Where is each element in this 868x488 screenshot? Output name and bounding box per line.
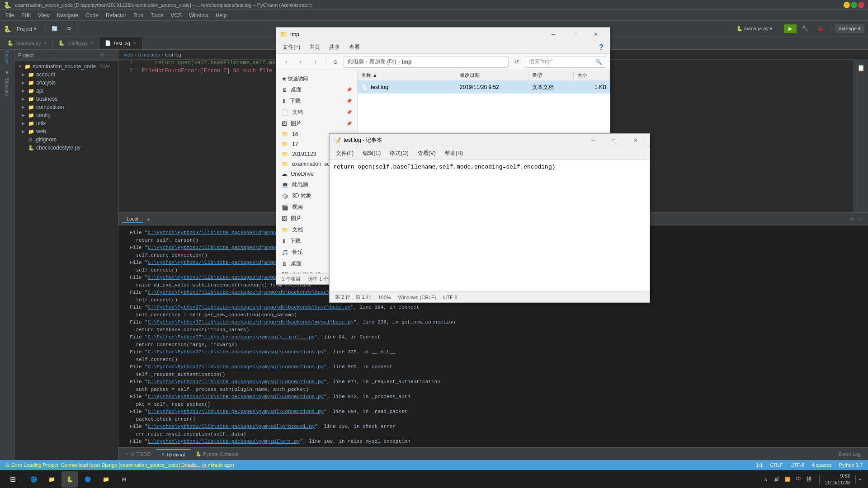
status-python[interactable]: Python 3.7 — [839, 462, 863, 468]
tree-item-api[interactable]: ▶ 📁 api — [14, 87, 118, 95]
panel-settings-icon[interactable]: ⚙ — [98, 52, 105, 59]
fe-sidebar-desktop[interactable]: 🖥 桌面 📌 — [276, 84, 357, 95]
close-button[interactable]: ✕ — [858, 2, 864, 8]
term-link-7[interactable]: C:\Python\Python37\lib\site-packages\dja… — [148, 319, 354, 325]
panel-hide-icon[interactable]: ─ — [107, 52, 114, 59]
np-content[interactable]: return open(self.baseFilename,self.mode,… — [330, 160, 650, 291]
tree-item-analysis[interactable]: ▶ 📁 analysis — [14, 79, 118, 87]
np-close-button[interactable]: ✕ — [625, 134, 646, 147]
fe-help-button[interactable]: ? — [594, 43, 608, 52]
breadcrumb-templates[interactable]: templates — [138, 52, 160, 57]
tab-todo[interactable]: ✓ 6: TODO — [120, 450, 156, 459]
settings-button[interactable]: ⚙ — [63, 24, 75, 33]
fe-menu-view[interactable]: 查看 — [344, 42, 364, 53]
menu-code[interactable]: Code — [82, 11, 102, 19]
fe-menu-home[interactable]: 主页 — [305, 42, 325, 53]
structure-icon[interactable]: Structure — [1, 80, 14, 93]
terminal-tab-add[interactable]: + — [146, 216, 150, 223]
fe-menu-share[interactable]: 共享 — [325, 42, 344, 53]
tab-close-config[interactable]: ✕ — [90, 41, 94, 46]
status-indent[interactable]: 4 spaces — [811, 462, 831, 468]
term-link-10[interactable]: C:\Python\Python37\lib\site-packages\pym… — [148, 364, 324, 370]
term-link-13[interactable]: C:\Python\Python37\lib\site-packages\pym… — [148, 409, 324, 414]
term-link-6[interactable]: C:\Python\Python37\lib\site-packages\dja… — [148, 305, 351, 310]
menu-edit[interactable]: Edit — [18, 11, 34, 19]
fe-back-button[interactable]: ‹ — [280, 56, 292, 68]
tab-manage-py[interactable]: 🐍 manage.py ✕ — [2, 37, 53, 49]
maximize-button[interactable]: □ — [851, 2, 857, 8]
tab-python-console[interactable]: 🐍 Python Console — [190, 450, 244, 459]
taskbar-clock[interactable]: 9:53 2019/11/28 — [825, 473, 850, 486]
taskbar-pycharm-icon[interactable]: 🐍 — [61, 471, 78, 488]
np-menu-edit[interactable]: 编辑(E) — [358, 148, 385, 159]
tab-test-log[interactable]: 📄 test.log ✕ — [99, 37, 142, 49]
fe-minimize-button[interactable]: ─ — [543, 28, 564, 41]
tab-terminal[interactable]: > Terminal — [156, 449, 190, 459]
np-menu-format[interactable]: 格式(O) — [385, 148, 413, 159]
terminal-tab-local[interactable]: Local — [122, 215, 143, 223]
tree-item-business[interactable]: ▶ 📁 business — [14, 95, 118, 103]
fe-sidebar-documents[interactable]: 📄 文档 📌 — [276, 107, 357, 118]
breadcrumb-web[interactable]: web — [124, 52, 133, 57]
favorites-icon[interactable]: ★ — [1, 66, 14, 79]
status-position[interactable]: 1:1 — [756, 462, 763, 468]
term-link-11[interactable]: C:\Python\Python37\lib\site-packages\pym… — [148, 379, 324, 385]
menu-vcs[interactable]: VCS — [167, 11, 185, 19]
tray-sound-icon[interactable]: 🔊 — [772, 475, 781, 484]
sync-button[interactable]: 🔄 — [48, 24, 61, 33]
manage-py-tab[interactable]: 🐍 manage.py ▾ — [733, 24, 777, 33]
fe-menu-file[interactable]: 文件(F) — [278, 42, 305, 53]
addr-computer[interactable]: 此电脑 — [348, 58, 364, 66]
taskbar-search-icon[interactable]: 🌐 — [25, 471, 42, 488]
tree-item-competition[interactable]: ▶ 📁 competition — [14, 103, 118, 111]
np-menu-file[interactable]: 文件(F) — [331, 148, 358, 159]
tree-item-config[interactable]: ▶ 📁 config — [14, 111, 118, 119]
start-button[interactable]: ⊞ — [4, 470, 22, 488]
status-encoding[interactable]: UTF-8 — [790, 462, 804, 468]
terminal-settings-icon[interactable]: ⚙ — [848, 216, 855, 223]
run-button[interactable]: ▶ — [784, 24, 797, 33]
menu-window[interactable]: Window — [185, 11, 212, 19]
taskbar-explorer-icon2[interactable]: 📁 — [98, 471, 114, 488]
taskbar-app-icon[interactable]: ⊞ — [116, 471, 132, 488]
term-link-14[interactable]: C:\Python\Python37\lib\site-packages\pym… — [148, 424, 315, 429]
fe-sidebar-pictures[interactable]: 🖼 图片 📌 — [276, 118, 357, 129]
fe-close-button[interactable]: ✕ — [585, 28, 606, 41]
fe-refresh-button[interactable]: ↺ — [510, 56, 523, 68]
menu-run[interactable]: Run — [130, 11, 147, 19]
menu-help[interactable]: Help — [212, 11, 231, 19]
fe-up-button[interactable]: ↑ — [309, 56, 321, 68]
fe-address-bar[interactable]: 此电脑 › 新加卷 (D:) › tmp — [344, 56, 509, 68]
tree-item-utils[interactable]: ▶ 📁 utils — [14, 119, 118, 127]
status-line-sep[interactable]: CRLF — [770, 462, 783, 468]
np-menu-view[interactable]: 查看(V) — [413, 148, 440, 159]
menu-navigate[interactable]: Navigate — [53, 11, 82, 19]
addr-folder[interactable]: tmp — [401, 59, 411, 65]
menu-refactor[interactable]: Refactor — [102, 11, 130, 19]
fe-search-bar[interactable]: 搜索"tmp" 🔍 — [525, 56, 606, 68]
term-link-12[interactable]: C:\Python\Python37\lib\site-packages\pym… — [148, 394, 324, 399]
tab-close-manage[interactable]: ✕ — [43, 41, 47, 46]
np-maximize-button[interactable]: □ — [604, 134, 625, 147]
np-menu-help[interactable]: 帮助(H) — [440, 148, 468, 159]
tab-config-py[interactable]: 🐍 config.py ✕ — [53, 37, 99, 49]
tree-item-gitignore[interactable]: ⚙ .gitignore — [14, 136, 118, 144]
fe-col-date[interactable]: 修改日期 — [456, 70, 528, 80]
tray-network-icon[interactable]: 📶 — [783, 475, 792, 484]
taskbar-file-explorer-icon[interactable]: 📁 — [43, 471, 60, 488]
tree-item-web[interactable]: ▶ 📁 web — [14, 127, 118, 136]
addr-drive[interactable]: 新加卷 (D:) — [369, 58, 396, 66]
project-panel-icon[interactable]: Project — [1, 52, 14, 64]
tray-expand-icon[interactable]: ∧ — [761, 475, 770, 484]
file-row-testlog[interactable]: 📄 test.log 2019/11/28 9:52 文本文档 1 KB — [358, 81, 610, 94]
tray-ime-icon[interactable]: 中 — [794, 475, 803, 484]
term-link-15[interactable]: C:\Python\Python37\lib\site-packages\pym… — [148, 439, 300, 444]
event-log-icon[interactable]: 📋 — [855, 61, 868, 74]
breadcrumb-testlog[interactable]: test.log — [165, 52, 181, 57]
tray-input-icon[interactable]: 拼 — [805, 475, 814, 484]
minimize-button[interactable]: ─ — [844, 2, 850, 8]
fe-maximize-button[interactable]: □ — [564, 28, 585, 41]
fe-col-name[interactable]: 名称 ▲ — [358, 70, 456, 80]
manage-dropdown[interactable]: manage ▾ — [835, 24, 864, 33]
fe-col-type[interactable]: 类型 — [528, 70, 574, 80]
